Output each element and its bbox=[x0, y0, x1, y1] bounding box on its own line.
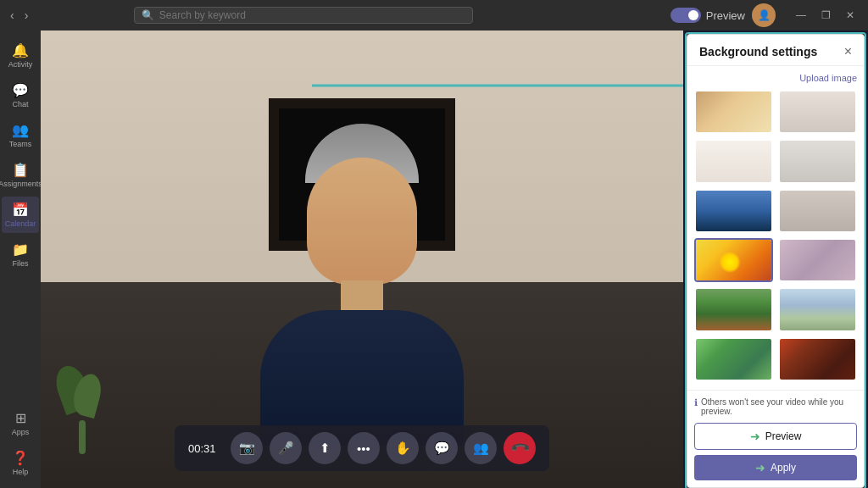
bg-thumb-inner-5 bbox=[696, 191, 771, 231]
background-thumb-6[interactable] bbox=[778, 189, 857, 233]
sidebar-item-files[interactable]: 📁 Files bbox=[2, 236, 39, 273]
preview-note-text: Others won't see your video while you pr… bbox=[701, 397, 857, 416]
background-thumb-7[interactable] bbox=[694, 238, 773, 282]
call-timer: 00:31 bbox=[188, 442, 224, 455]
preview-arrow-icon: ➜ bbox=[750, 430, 760, 443]
sidebar-item-apps-label: Apps bbox=[12, 428, 30, 436]
background-settings-panel: Background settings × Upload image bbox=[687, 34, 865, 488]
sidebar-item-activity-label: Activity bbox=[8, 60, 33, 69]
preview-toggle-switch[interactable] bbox=[670, 8, 701, 23]
background-thumb-8[interactable] bbox=[778, 238, 857, 282]
panel-title: Background settings bbox=[699, 45, 817, 58]
share-icon: ⬆ bbox=[320, 441, 331, 456]
search-input[interactable] bbox=[159, 9, 465, 21]
bg-thumb-inner-2 bbox=[780, 92, 855, 132]
sidebar-item-assignments[interactable]: 📋 Assignments bbox=[2, 157, 39, 193]
background-thumb-11[interactable] bbox=[694, 337, 773, 381]
nav-back-button[interactable]: ‹ bbox=[7, 7, 18, 24]
bg-thumb-inner-8 bbox=[780, 240, 855, 280]
activity-icon: 🔔 bbox=[12, 42, 29, 58]
chat-icon: 💬 bbox=[12, 82, 29, 98]
sidebar-item-help-label: Help bbox=[13, 468, 29, 476]
apply-arrow-icon: ➜ bbox=[755, 461, 765, 474]
sidebar-item-teams[interactable]: 👥 Teams bbox=[2, 117, 39, 153]
apply-btn-label: Apply bbox=[771, 462, 796, 474]
close-button[interactable]: ✕ bbox=[839, 8, 861, 23]
background-thumb-5[interactable] bbox=[694, 189, 773, 233]
yellow-circle-detail bbox=[719, 252, 742, 272]
more-options-button[interactable]: ••• bbox=[348, 432, 380, 464]
sidebar-item-activity[interactable]: 🔔 Activity bbox=[2, 37, 39, 74]
bg-thumb-inner-1 bbox=[696, 92, 771, 132]
share-screen-button[interactable]: ⬆ bbox=[309, 432, 341, 464]
window-controls: — ❐ ✕ bbox=[789, 8, 861, 23]
sidebar-item-calendar-label: Calendar bbox=[5, 219, 36, 228]
sidebar: 🔔 Activity 💬 Chat 👥 Teams 📋 Assignments … bbox=[0, 30, 41, 488]
bg-thumb-inner-6 bbox=[780, 191, 855, 231]
upload-image-button[interactable]: Upload image bbox=[799, 73, 857, 83]
restore-button[interactable]: ❐ bbox=[815, 8, 837, 23]
minimize-button[interactable]: — bbox=[789, 8, 813, 23]
raise-hand-button[interactable]: ✋ bbox=[387, 432, 419, 464]
panel-close-button[interactable]: × bbox=[844, 45, 852, 58]
search-icon: 🔍 bbox=[142, 9, 154, 21]
background-settings-panel-wrapper: Background settings × Upload image bbox=[685, 32, 866, 488]
participants-button[interactable]: 👥 bbox=[465, 432, 497, 464]
mic-button[interactable]: 🎤 bbox=[270, 432, 302, 464]
calendar-icon: 📅 bbox=[12, 202, 29, 218]
background-thumb-10[interactable] bbox=[778, 287, 857, 331]
camera-button[interactable]: 📷 bbox=[231, 432, 263, 464]
background-thumb-9[interactable] bbox=[694, 287, 773, 331]
chat-button[interactable]: 💬 bbox=[426, 432, 458, 464]
search-bar-container: 🔍 bbox=[134, 7, 473, 24]
more-icon: ••• bbox=[357, 441, 370, 456]
preview-toggle-label: Preview bbox=[706, 9, 745, 22]
files-icon: 📁 bbox=[12, 241, 29, 258]
panel-body: Upload image bbox=[687, 66, 864, 390]
preview-action-button[interactable]: ➜ Preview bbox=[694, 423, 857, 450]
panel-header: Background settings × bbox=[687, 35, 864, 66]
bg-thumb-inner-11 bbox=[696, 339, 771, 380]
sidebar-item-calendar[interactable]: 📅 Calendar bbox=[2, 197, 39, 233]
upload-row: Upload image bbox=[694, 73, 857, 83]
teams-icon: 👥 bbox=[12, 122, 29, 138]
nav-arrows: ‹ › bbox=[7, 7, 31, 24]
sidebar-item-apps[interactable]: ⊞ Apps bbox=[2, 405, 39, 441]
sidebar-item-files-label: Files bbox=[12, 259, 28, 268]
plant-decoration bbox=[58, 369, 108, 454]
top-bar: ‹ › 🔍 Preview 👤 — ❐ ✕ bbox=[0, 0, 868, 30]
bg-thumb-inner-3 bbox=[696, 141, 771, 181]
background-grid bbox=[694, 90, 857, 381]
nav-forward-button[interactable]: › bbox=[21, 7, 32, 24]
avatar[interactable]: 👤 bbox=[752, 3, 776, 27]
info-icon: ℹ bbox=[694, 397, 698, 408]
preview-toggle-area: Preview bbox=[670, 8, 745, 23]
background-thumb-12[interactable] bbox=[778, 337, 857, 381]
assignments-icon: 📋 bbox=[12, 162, 29, 178]
main-content: 🔔 Activity 💬 Chat 👥 Teams 📋 Assignments … bbox=[0, 30, 868, 488]
bg-thumb-inner-12 bbox=[780, 339, 855, 380]
sidebar-item-teams-label: Teams bbox=[9, 140, 32, 148]
sidebar-item-assignments-label: Assignments bbox=[0, 180, 42, 188]
background-thumb-4[interactable] bbox=[778, 139, 857, 183]
sidebar-item-help[interactable]: ❓ Help bbox=[2, 445, 39, 481]
participants-icon: 👥 bbox=[473, 441, 489, 456]
bg-thumb-inner-4 bbox=[780, 141, 855, 181]
end-call-icon: 📞 bbox=[509, 437, 531, 459]
call-controls-bar: 00:31 📷 🎤 ⬆ ••• ✋ 💬 👥 📞 bbox=[175, 425, 549, 471]
panel-footer: ℹ Others won't see your video while you … bbox=[687, 390, 864, 487]
end-call-button[interactable]: 📞 bbox=[504, 432, 536, 464]
bg-thumb-inner-10 bbox=[780, 289, 855, 330]
sidebar-item-chat[interactable]: 💬 Chat bbox=[2, 77, 39, 114]
chat-ctrl-icon: 💬 bbox=[434, 441, 450, 456]
video-area: 00:31 📷 🎤 ⬆ ••• ✋ 💬 👥 📞 bbox=[41, 30, 683, 488]
raise-hand-icon: ✋ bbox=[395, 441, 411, 456]
camera-icon: 📷 bbox=[239, 441, 255, 456]
background-thumb-2[interactable] bbox=[778, 90, 857, 134]
apply-button[interactable]: ➜ Apply bbox=[694, 455, 857, 480]
background-thumb-3[interactable] bbox=[694, 139, 773, 183]
preview-btn-label: Preview bbox=[765, 430, 802, 442]
person-in-video bbox=[201, 175, 523, 446]
background-thumb-1[interactable] bbox=[694, 90, 773, 134]
help-icon: ❓ bbox=[12, 450, 29, 466]
